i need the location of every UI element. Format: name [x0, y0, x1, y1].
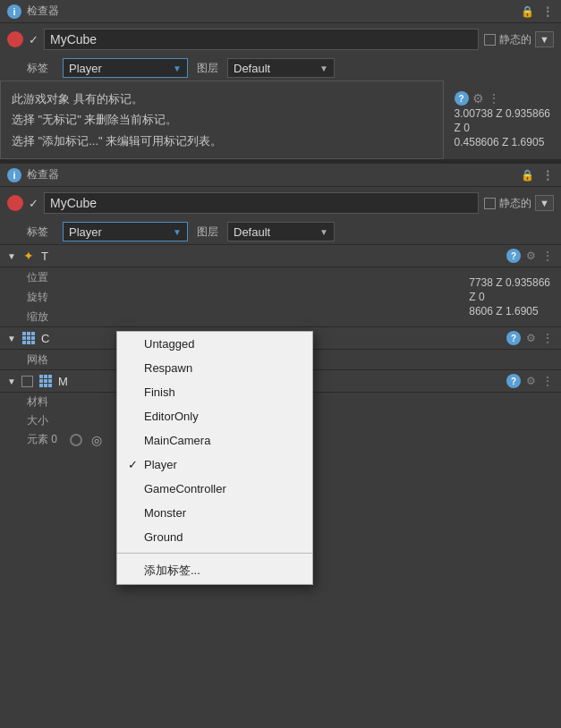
tz1: Z 0.935866 [496, 276, 550, 289]
material-controls: ? ⚙ ⋮ [506, 374, 554, 388]
bottom-layer-dropdown[interactable]: Default ▼ [227, 222, 335, 241]
material-checkbox[interactable] [21, 376, 33, 387]
top-menu-icon[interactable]: ⋮ [488, 91, 500, 106]
top-panel-header: i 检查器 🔒 ⋮ [0, 0, 561, 23]
transform-menu-icon[interactable]: ⋮ [541, 249, 554, 263]
transform-coord-1: 7738 Z 0.935866 [469, 276, 550, 289]
panel-title: 检查器 [27, 4, 59, 19]
dropdown-item-finish[interactable]: Finish [117, 380, 312, 404]
scale-prop: 缩放 [0, 307, 458, 326]
dropdown-add-label: 添加标签... [144, 563, 200, 577]
mesh-help-icon[interactable]: ? [506, 331, 521, 345]
static-dropdown-btn[interactable]: ▼ [535, 31, 554, 47]
dropdown-item-editoronly[interactable]: EditorOnly [117, 404, 312, 428]
bottom-dots-icon[interactable]: ⋮ [541, 168, 554, 182]
bottom-layer-label: 图层 [197, 224, 218, 240]
mesh-icon-wrapper [21, 331, 36, 345]
bottom-object-color-indicator[interactable] [7, 195, 23, 211]
dropdown-item-respawn[interactable]: Respawn [117, 356, 312, 380]
mesh-collapse-icon[interactable]: ▼ [7, 334, 16, 343]
top-object-row: ✓ 静态的 ▼ [0, 23, 561, 55]
bottom-panel-header: i 检查器 🔒 ⋮ [0, 164, 561, 187]
transform-help-icon[interactable]: ? [506, 249, 521, 263]
position-prop: 位置 [0, 267, 458, 287]
tooltip-and-values: 此游戏对象 具有的标记。 选择 "无标记" 来删除当前标记。 选择 "添加标记.… [0, 80, 561, 159]
transform-settings-icon[interactable]: ⚙ [526, 250, 536, 262]
tooltip-panel: 此游戏对象 具有的标记。 选择 "无标记" 来删除当前标记。 选择 "添加标记.… [0, 80, 444, 159]
material-grid-icon [39, 375, 52, 387]
top-tag-row: 标签 Player ▼ 图层 Default ▼ [0, 55, 561, 80]
top-coord-3: 0.458606 Z 1.6905 [455, 136, 550, 148]
tx3: 8606 [469, 305, 493, 317]
mesh-settings-icon[interactable]: ⚙ [526, 332, 536, 344]
object-color-indicator[interactable] [7, 31, 23, 47]
top-tag-value: Player [69, 62, 102, 75]
dropdown-item-label-gamecontroller: GameController [144, 482, 226, 495]
dropdown-item-player[interactable]: Player [117, 453, 312, 477]
bottom-header-left: i 检查器 [7, 167, 59, 182]
transform-collapse-icon[interactable]: ▼ [7, 251, 16, 261]
material-help-icon[interactable]: ? [506, 374, 521, 388]
mesh-controls: ? ⚙ ⋮ [506, 331, 554, 345]
dropdown-item-label-untagged: Untagged [144, 337, 194, 351]
top-controls-row: ? ⚙ ⋮ [455, 91, 550, 106]
top-tag-dropdown[interactable]: Player ▼ [63, 58, 188, 78]
object-name-input[interactable] [44, 29, 479, 50]
dropdown-item-gamecontroller[interactable]: GameController [117, 477, 312, 501]
position-label: 位置 [27, 270, 67, 285]
tag-arrow-icon: ▼ [173, 63, 182, 73]
static-label: 静态的 [499, 32, 531, 47]
dropdown-item-monster[interactable]: Monster [117, 501, 312, 525]
transform-label: T [41, 250, 501, 263]
transform-coord-2: Z 0 [469, 291, 550, 303]
material-settings-icon[interactable]: ⚙ [526, 375, 536, 387]
tooltip-line-3: 选择 "添加标记..." 来编辑可用标记列表。 [12, 131, 432, 151]
bottom-object-name-input[interactable] [44, 192, 479, 214]
transform-coord-3: 8606 Z 1.6905 [469, 305, 550, 317]
dropdown-item-label-player: Player [144, 458, 177, 471]
bottom-tag-label: 标签 [27, 224, 54, 240]
transform-controls: ? ⚙ ⋮ [506, 249, 554, 263]
top-inspector-panel: i 检查器 🔒 ⋮ ✓ 静态的 ▼ 标签 Player ▼ 图层 Default… [0, 0, 561, 160]
bottom-static-checkbox[interactable] [484, 198, 496, 209]
tz3: Z 1.6905 [496, 305, 538, 317]
dots-icon[interactable]: ⋮ [541, 4, 554, 19]
material-mat-label: 材料 [27, 394, 63, 410]
top-settings-icon[interactable]: ⚙ [472, 91, 484, 106]
top-right-values: ? ⚙ ⋮ 3.00738 Z 0.935866 Z 0 0.458606 Z … [444, 80, 561, 159]
bottom-static-dropdown-btn[interactable]: ▼ [535, 195, 554, 211]
active-checkbox[interactable]: ✓ [29, 33, 38, 47]
rotation-prop: 旋转 [0, 287, 458, 307]
dropdown-add-tag[interactable]: 添加标签... [117, 557, 312, 584]
top-help-icon[interactable]: ? [455, 91, 469, 106]
bottom-tag-row: 标签 Player ▼ 图层 Default ▼ [0, 219, 561, 244]
dropdown-divider [117, 553, 312, 554]
bottom-static-label: 静态的 [499, 196, 531, 211]
dropdown-item-maincamera[interactable]: MainCamera [117, 428, 312, 453]
material-menu-icon[interactable]: ⋮ [541, 374, 554, 388]
transform-right-values: 7738 Z 0.935866 Z 0 8606 Z 1.6905 [458, 267, 561, 326]
bottom-tag-dropdown[interactable]: Player ▼ [63, 222, 188, 241]
transform-header: ▼ ✦ T ? ⚙ ⋮ [0, 245, 561, 267]
sparkle-icon: ✦ [23, 249, 34, 263]
layer-arrow-icon: ▼ [319, 63, 328, 73]
bottom-layer-arrow-icon: ▼ [319, 227, 328, 237]
dropdown-item-label-finish: Finish [144, 385, 175, 399]
dropdown-item-ground[interactable]: Ground [117, 525, 312, 549]
material-target-icon[interactable]: ◎ [89, 433, 104, 447]
mesh-menu-icon[interactable]: ⋮ [541, 331, 554, 345]
material-circle-icon [70, 434, 82, 446]
top-layer-dropdown[interactable]: Default ▼ [227, 58, 335, 78]
info-icon: i [7, 4, 21, 19]
dropdown-item-label-ground: Ground [144, 530, 183, 544]
bottom-panel-title: 检查器 [27, 167, 59, 182]
static-checkbox[interactable] [484, 34, 496, 46]
lock-icon[interactable]: 🔒 [521, 5, 534, 18]
bottom-info-icon: i [7, 168, 21, 182]
bottom-lock-icon[interactable]: 🔒 [521, 169, 534, 182]
material-collapse-icon[interactable]: ▼ [7, 377, 16, 386]
dropdown-item-untagged[interactable]: Untagged [117, 332, 312, 356]
material-elem-label: 元素 0 [27, 432, 63, 447]
position-left: 位置 旋转 缩放 [0, 267, 458, 326]
bottom-active-checkbox[interactable]: ✓ [29, 197, 38, 210]
